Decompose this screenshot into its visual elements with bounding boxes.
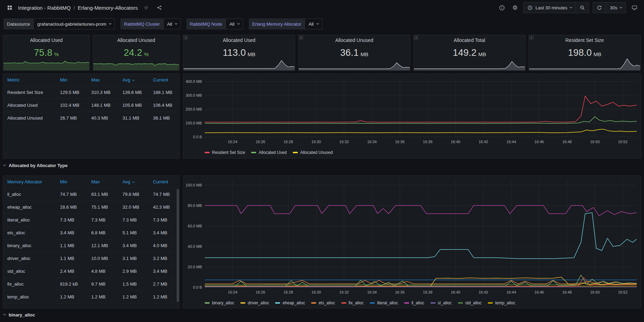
allocator-time-series-panel: 16:2416:2616:2816:3016:3216:3416:3616:38… [183,175,641,308]
x-tick-label: 16:40 [451,290,460,294]
legend-item-eheap-alloc[interactable]: eheap_alloc [275,301,305,305]
x-tick-label: 16:52 [618,290,628,294]
x-tick-label: 16:28 [283,290,293,294]
row-toggle-binary-alloc[interactable]: binary_alloc [3,312,35,317]
column-header-avg[interactable]: Avg [118,74,149,86]
column-header-memory-allocator[interactable]: Memory Allocator [3,176,56,188]
x-tick-label: 16:26 [256,140,265,144]
chevron-down-icon [237,22,240,25]
series-line-allocated-used [205,117,637,124]
table-row-ets-alloc: ets_alloc3.4 MB6.8 MB5.1 MB3.4 MB [3,226,179,239]
apps-menu-icon[interactable] [5,3,15,12]
table-row-binary-alloc: binary_alloc1.1 MB12.1 MB3.4 MB4.0 MB [3,239,179,252]
column-header-max[interactable]: Max [87,176,118,188]
refresh-button[interactable] [593,2,606,13]
refresh-group: 30s [593,2,626,13]
breadcrumb-dashboard[interactable]: Erlang-Memory-Allocators [78,5,138,11]
legend-item-binary-alloc[interactable]: binary_alloc [205,301,234,305]
column-header-label: Current [153,179,168,184]
row-toggle-allocated-by-allocator-type[interactable]: Allocated by Allocator Type [3,163,68,168]
monitor-icon [632,5,637,10]
table-cell: 10.0 MB [87,252,118,265]
column-header-current[interactable]: Current [149,176,179,188]
panel-info-icon[interactable]: i [529,35,534,40]
table-cell: 7.3 MB [149,214,179,226]
stat-unit: MB [478,51,486,57]
time-series-chart[interactable]: 16:2416:2616:2816:3016:3216:3416:3616:38… [183,176,641,298]
legend-item-literal-alloc[interactable]: literal_alloc [370,301,398,305]
scrollbar-thumb[interactable] [177,189,179,302]
column-header-label: Min [60,77,67,82]
legend-item-ll-alloc[interactable]: ll_alloc [404,301,424,305]
x-tick-label: 16:42 [478,140,488,144]
variable-value-dropdown[interactable]: All [226,18,243,29]
panel-info-icon[interactable]: i [414,35,419,40]
column-header-min[interactable]: Min [56,176,87,188]
sort-descending-icon [132,79,135,81]
sparkline [184,57,295,70]
legend-item-allocated-unused[interactable]: Allocated Unused [293,150,333,155]
dashboard-insights-button[interactable] [497,3,507,12]
breadcrumb-folder[interactable]: Integration - RabbitMQ [18,5,71,11]
table-cell: 40.3 MB [87,112,118,124]
legend-label: Resident Set Size [212,150,245,155]
stat-number: 149.2 [453,47,477,58]
variable-selected-value: grafanacloud-gabrielantunes-prom [37,21,106,27]
panel-title: Resident Set Size [529,35,641,43]
legend-item-std-alloc[interactable]: std_alloc [458,301,482,305]
x-tick-label: 16:34 [367,140,377,144]
variable-label: Erlang Memory Allocator [249,18,305,29]
favorite-star-button[interactable]: ☆ [141,3,151,12]
legend-item-allocated-used[interactable]: Allocated Used [251,150,287,155]
legend-label: literal_alloc [377,301,398,305]
legend-item-fix-alloc[interactable]: fix_alloc [341,301,364,305]
share-button[interactable] [154,3,164,12]
variable-value-dropdown[interactable]: All [163,18,181,29]
legend-swatch [341,302,346,304]
table-header-row: MetricMinMaxAvgCurrent [3,74,179,86]
stat-unit: MB [248,51,256,57]
column-header-min[interactable]: Min [56,74,87,86]
allocator-table-panel: Memory AllocatorMinMaxAvgCurrentll_alloc… [3,175,180,308]
x-tick-label: 16:28 [283,140,293,144]
table-cell: 105.6 MB [118,99,149,112]
variable-value-dropdown[interactable]: grafanacloud-gabrielantunes-prom [33,18,115,29]
variable-selected-value: All [308,21,313,27]
zoom-out-time-button[interactable] [576,2,589,13]
time-range-picker[interactable]: Last 30 minutes [524,2,576,13]
legend-item-resident-set-size[interactable]: Resident Set Size [205,150,245,155]
table-cell: 2.9 MB [118,265,149,278]
legend-swatch [431,302,435,304]
panel-info-icon[interactable]: i [298,35,304,40]
x-tick-label: 16:38 [423,290,433,294]
y-tick-label: 100.0 MB [186,183,202,187]
legend-swatch [240,302,245,304]
legend-item-driver-alloc[interactable]: driver_alloc [240,301,269,305]
legend-item-sl-alloc[interactable]: sl_alloc [431,301,452,305]
y-tick-label: 400.0 MB [186,79,202,84]
refresh-interval-picker[interactable]: 30s [606,2,626,13]
table-cell: Resident Set Size [3,86,56,99]
column-header-current[interactable]: Current [149,74,179,86]
legend-item-temp-alloc[interactable]: temp_alloc [488,301,515,305]
star-icon: ☆ [144,5,149,11]
table-cell: 139.6 MB [118,86,149,99]
chart-legend: Resident Set SizeAllocated UsedAllocated… [183,148,641,155]
legend-swatch [205,302,210,304]
stat-panel-resident-set-size: i Resident Set Size 198.0 MB [528,35,641,71]
legend-swatch [370,302,375,304]
column-header-avg[interactable]: Avg [118,176,149,188]
table-cell: 4.0 MB [149,239,179,252]
y-tick-label: 0.0 B [193,285,202,289]
panel-info-icon[interactable]: i [183,35,188,40]
time-series-chart[interactable]: 16:2416:2616:2816:3016:3216:3416:3616:38… [183,74,641,147]
y-tick-label: 200.0 MB [186,107,202,111]
kiosk-mode-button[interactable] [629,3,639,12]
x-tick-label: 16:52 [618,140,628,144]
legend-item-ets-alloc[interactable]: ets_alloc [311,301,335,305]
dashboard-settings-button[interactable]: ⚙ [510,3,520,12]
column-header-metric[interactable]: Metric [3,74,56,86]
column-header-label: Avg [122,77,130,82]
variable-value-dropdown[interactable]: All [305,18,322,29]
column-header-max[interactable]: Max [87,74,118,86]
